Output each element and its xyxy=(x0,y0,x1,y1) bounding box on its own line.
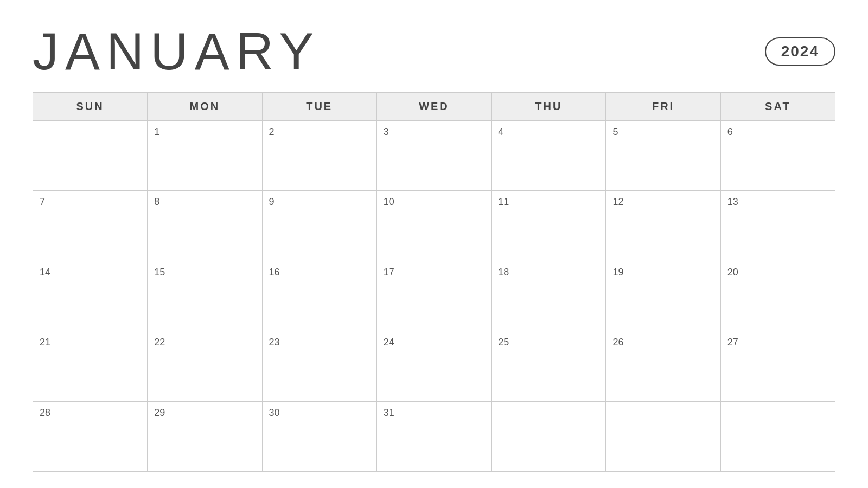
day-number-16: 16 xyxy=(269,267,280,278)
day-number-24: 24 xyxy=(384,337,394,348)
day-cell-2-0: 14 xyxy=(33,261,148,331)
day-number-9: 9 xyxy=(269,196,275,208)
day-cell-1-2: 9 xyxy=(263,191,377,261)
day-number-19: 19 xyxy=(612,267,623,278)
day-cell-0-6: 6 xyxy=(721,121,835,191)
day-cell-4-2: 30 xyxy=(263,402,377,472)
day-cell-4-5 xyxy=(606,402,720,472)
day-cell-0-4: 4 xyxy=(492,121,606,191)
month-title: JANUARY xyxy=(33,22,320,81)
day-number-7: 7 xyxy=(40,196,45,208)
day-number-15: 15 xyxy=(154,267,165,278)
day-number-13: 13 xyxy=(727,196,738,208)
weekday-header-sat: SAT xyxy=(721,93,835,121)
day-cell-4-4 xyxy=(492,402,606,472)
day-cell-1-5: 12 xyxy=(606,191,720,261)
day-number-4: 4 xyxy=(498,126,503,138)
day-cell-0-2: 2 xyxy=(263,121,377,191)
day-cell-1-4: 11 xyxy=(492,191,606,261)
day-cell-0-3: 3 xyxy=(377,121,492,191)
day-number-25: 25 xyxy=(498,337,509,348)
weekday-header-mon: MON xyxy=(148,93,262,121)
day-number-12: 12 xyxy=(612,196,623,208)
day-number-3: 3 xyxy=(384,126,389,138)
day-cell-2-6: 20 xyxy=(721,261,835,331)
day-cell-3-3: 24 xyxy=(377,331,492,401)
day-number-18: 18 xyxy=(498,267,509,278)
weekday-header-tue: TUE xyxy=(263,93,377,121)
day-number-8: 8 xyxy=(154,196,159,208)
day-number-17: 17 xyxy=(384,267,394,278)
day-number-6: 6 xyxy=(727,126,733,138)
calendar-header: JANUARY 2024 xyxy=(33,22,835,81)
day-cell-0-0 xyxy=(33,121,148,191)
weekday-header-sun: SUN xyxy=(33,93,148,121)
day-cell-2-2: 16 xyxy=(263,261,377,331)
day-cell-3-6: 27 xyxy=(721,331,835,401)
day-number-20: 20 xyxy=(727,267,738,278)
day-number-11: 11 xyxy=(498,196,509,208)
day-cell-2-4: 18 xyxy=(492,261,606,331)
day-cell-4-3: 31 xyxy=(377,402,492,472)
day-number-10: 10 xyxy=(384,196,394,208)
day-number-28: 28 xyxy=(40,407,50,419)
day-cell-3-0: 21 xyxy=(33,331,148,401)
day-cell-1-1: 8 xyxy=(148,191,262,261)
day-number-2: 2 xyxy=(269,126,275,138)
day-number-22: 22 xyxy=(154,337,165,348)
day-cell-0-5: 5 xyxy=(606,121,720,191)
day-cell-4-0: 28 xyxy=(33,402,148,472)
year-badge: 2024 xyxy=(765,37,835,66)
weekday-header-wed: WED xyxy=(377,93,492,121)
weekday-header-thu: THU xyxy=(492,93,606,121)
day-number-1: 1 xyxy=(154,126,159,138)
day-cell-1-6: 13 xyxy=(721,191,835,261)
day-cell-4-6 xyxy=(721,402,835,472)
day-cell-1-0: 7 xyxy=(33,191,148,261)
day-cell-4-1: 29 xyxy=(148,402,262,472)
day-number-30: 30 xyxy=(269,407,280,419)
day-number-5: 5 xyxy=(612,126,618,138)
day-cell-2-5: 19 xyxy=(606,261,720,331)
day-number-29: 29 xyxy=(154,407,165,419)
day-cell-3-4: 25 xyxy=(492,331,606,401)
day-number-14: 14 xyxy=(40,267,50,278)
day-number-21: 21 xyxy=(40,337,50,348)
day-cell-2-1: 15 xyxy=(148,261,262,331)
day-cell-0-1: 1 xyxy=(148,121,262,191)
day-cell-3-5: 26 xyxy=(606,331,720,401)
day-number-31: 31 xyxy=(384,407,394,419)
weekday-header-fri: FRI xyxy=(606,93,720,121)
day-number-23: 23 xyxy=(269,337,280,348)
day-cell-3-2: 23 xyxy=(263,331,377,401)
calendar-grid: SUNMONTUEWEDTHUFRISAT1234567891011121314… xyxy=(33,92,835,472)
day-cell-1-3: 10 xyxy=(377,191,492,261)
day-number-27: 27 xyxy=(727,337,738,348)
day-cell-3-1: 22 xyxy=(148,331,262,401)
day-cell-2-3: 17 xyxy=(377,261,492,331)
day-number-26: 26 xyxy=(612,337,623,348)
